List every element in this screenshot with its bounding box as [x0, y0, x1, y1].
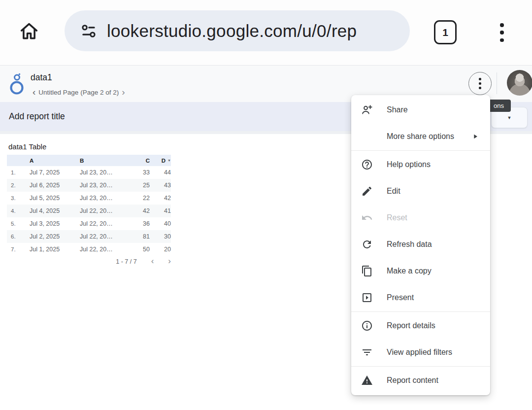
report-title[interactable]: data1	[31, 72, 52, 83]
home-icon[interactable]	[18, 20, 40, 42]
table-cell: 44	[150, 169, 171, 176]
table-cell: 43	[150, 182, 171, 189]
table-cell: Jul 23, 20…	[73, 169, 131, 176]
menu-item-view-applied-filters[interactable]: View applied filters	[351, 339, 490, 366]
table-row[interactable]: 3.Jul 5, 2025Jul 23, 20…2242	[7, 192, 171, 205]
tab-switcher-button[interactable]: 1	[434, 20, 457, 44]
table-cell: 50	[131, 246, 150, 253]
previous-page-icon[interactable]: ‹	[30, 87, 38, 97]
menu-item-label: Reset	[387, 213, 479, 222]
menu-item-label: Refresh data	[387, 240, 479, 249]
table-cell: Jul 22, 20…	[73, 220, 131, 227]
table-cell: 4.	[7, 208, 24, 214]
table-cell: 42	[150, 195, 171, 202]
tab-count: 1	[442, 27, 448, 38]
menu-item-reset: Reset	[351, 205, 490, 231]
menu-divider	[351, 366, 490, 367]
table-cell: Jul 23, 20…	[73, 195, 131, 202]
table-cell: 30	[150, 233, 171, 240]
table-cell: Jul 23, 20…	[73, 182, 131, 189]
page-next-icon[interactable]: ›	[168, 258, 171, 266]
sort-desc-icon: ▼	[167, 159, 171, 162]
menu-item-label: Report content	[387, 376, 479, 385]
table-row[interactable]: 5.Jul 3, 2025Jul 22, 20…3640	[7, 217, 171, 230]
table-cell: Jul 4, 2025	[24, 207, 73, 214]
column-header-b[interactable]: B	[73, 158, 131, 164]
table-pagination: 1 - 7 / 7 ‹ ›	[7, 256, 171, 267]
edit-icon	[361, 185, 373, 197]
chevron-down-icon: ▼	[507, 115, 512, 120]
menu-item-label: More share options	[387, 132, 458, 141]
menu-item-make-a-copy[interactable]: Make a copy	[351, 258, 490, 284]
breadcrumb: ‹ Untitled Page (Page 2 of 2) ›	[30, 87, 128, 98]
menu-item-edit[interactable]: Edit	[351, 178, 490, 205]
menu-item-present[interactable]: Present	[351, 284, 490, 311]
copy-icon	[361, 265, 373, 277]
info-icon	[361, 320, 373, 332]
column-header-a[interactable]: A	[24, 158, 73, 164]
table-cell: 1.	[7, 170, 24, 175]
menu-item-label: Help options	[387, 160, 479, 169]
menu-item-help-options[interactable]: Help options	[351, 151, 490, 178]
menu-divider	[351, 150, 490, 151]
menu-item-label: Make a copy	[387, 267, 479, 275]
browser-menu-icon[interactable]	[499, 23, 505, 42]
icon-placeholder	[361, 131, 373, 142]
menu-item-report-content[interactable]: Report content	[351, 367, 490, 394]
column-header-d[interactable]: D▼	[150, 158, 171, 164]
data-table: ABCD▼ 1.Jul 7, 2025Jul 23, 20…33442.Jul …	[7, 155, 171, 267]
table-cell: 81	[131, 233, 150, 240]
menu-item-report-details[interactable]: Report details	[351, 312, 490, 339]
table-cell: 33	[131, 169, 150, 176]
report-options-menu: ShareMore share optionsHelp optionsEditR…	[351, 95, 490, 395]
table-row[interactable]: 2.Jul 6, 2025Jul 23, 20…2543	[7, 179, 171, 192]
add-report-title-label[interactable]: Add report title	[9, 111, 65, 122]
table-cell: Jul 22, 20…	[73, 246, 131, 253]
menu-item-refresh-data[interactable]: Refresh data	[351, 231, 490, 258]
more-options-icon	[479, 78, 481, 89]
table-row[interactable]: 1.Jul 7, 2025Jul 23, 20…3344	[7, 166, 171, 179]
table-row[interactable]: 4.Jul 4, 2025Jul 22, 20…4241	[7, 205, 171, 217]
table-cell: 3.	[7, 195, 24, 201]
looker-studio-logo-icon	[9, 71, 26, 97]
person-add-icon	[361, 104, 373, 116]
next-page-icon[interactable]: ›	[119, 87, 128, 97]
menu-item-label: Share	[387, 105, 479, 114]
warning-icon	[361, 375, 373, 386]
table-cell: 2.	[7, 182, 24, 188]
refresh-icon	[361, 239, 373, 250]
menu-item-label: Present	[387, 293, 479, 302]
table-cell: 6.	[7, 234, 24, 239]
table-row[interactable]: 7.Jul 1, 2025Jul 22, 20…5020	[7, 243, 171, 256]
table-cell: 7.	[7, 246, 24, 252]
table-header-row[interactable]: ABCD▼	[7, 155, 171, 166]
table-cell: 36	[131, 220, 150, 227]
menu-item-label: View applied filters	[387, 348, 479, 357]
more-options-button[interactable]	[468, 72, 492, 95]
page-prev-icon[interactable]: ‹	[151, 258, 154, 266]
table-cell: Jul 6, 2025	[24, 182, 73, 189]
table-cell: Jul 7, 2025	[24, 169, 73, 176]
menu-item-more-share-options[interactable]: More share options	[351, 123, 490, 150]
pagination-range: 1 - 7 / 7	[116, 258, 136, 265]
menu-item-label: Report details	[387, 321, 479, 330]
url-bar[interactable]: lookerstudio.google.com/u/0/rep	[65, 10, 410, 51]
url-text: lookerstudio.google.com/u/0/rep	[107, 21, 357, 41]
help-icon	[361, 159, 373, 171]
table-cell: 22	[131, 195, 150, 202]
header-divider	[497, 72, 497, 94]
table-row[interactable]: 6.Jul 2, 2025Jul 22, 20…8130	[7, 230, 171, 243]
column-header-c[interactable]: C	[131, 158, 150, 164]
table-cell: 42	[131, 207, 150, 214]
table-cell: 5.	[7, 221, 24, 227]
present-icon	[361, 292, 373, 304]
breadcrumb-label: Untitled Page (Page 2 of 2)	[38, 89, 119, 96]
menu-item-label: Edit	[387, 187, 479, 196]
page-info-icon[interactable]	[79, 22, 98, 40]
filter-icon	[361, 346, 373, 358]
menu-item-share[interactable]: Share	[351, 97, 490, 123]
avatar[interactable]	[507, 70, 532, 96]
table-cell: Jul 22, 20…	[73, 207, 131, 214]
table-cell: Jul 22, 20…	[73, 233, 131, 240]
table-title: data1 Table	[8, 142, 46, 151]
